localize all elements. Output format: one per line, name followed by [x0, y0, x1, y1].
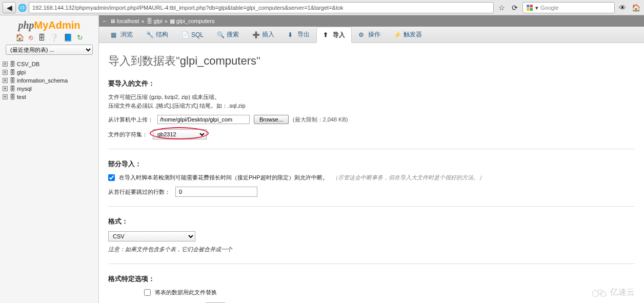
replace-label: 将表的数据用此文件替换 [155, 289, 217, 296]
browse-button[interactable]: Browse... [254, 115, 289, 124]
db-item[interactable]: +🗄CSV_DB [3, 60, 96, 68]
checkbox-label: 在导入时脚本若检测到可能需要花费很长时间（接近PHP超时的限定）则允许中断。 [119, 174, 328, 181]
browser-toolbar: ◀ 🌐 192.168.144.132/phpmyadmin/import.ph… [0, 0, 644, 15]
gear-icon: ⚙ [358, 31, 366, 38]
section-title: 部分导入： [108, 159, 635, 169]
insert-icon: ➕ [252, 31, 259, 38]
tab-insert[interactable]: ➕插入 [246, 27, 281, 43]
docs-icon[interactable]: 📘 [64, 33, 72, 42]
tab-sql[interactable]: 📄SQL [175, 27, 210, 43]
format-options-section: 格式特定选项： 将表的数据用此文件替换 字段分隔符： [108, 274, 635, 303]
db-item[interactable]: +🗄glpi [3, 68, 96, 76]
breadcrumb-db[interactable]: 🗄glpi [147, 18, 163, 24]
expand-icon[interactable]: + [3, 94, 8, 99]
database-icon: 🗄 [10, 69, 15, 75]
home-icon[interactable]: 🏠 [630, 2, 641, 13]
logo: phpMyAdmin [3, 19, 96, 31]
database-icon: 🗄 [10, 86, 15, 92]
sql-icon: 📄 [182, 31, 189, 38]
section-title: 格式： [108, 217, 635, 226]
max-limit-label: (最大限制：2,048 KB) [293, 116, 348, 124]
search-icon: 🔍 [217, 31, 224, 38]
export-icon: ⬇ [288, 31, 295, 38]
tab-operations[interactable]: ⚙操作 [352, 27, 387, 43]
section-title: 格式特定选项： [108, 274, 635, 284]
db-item[interactable]: +🗄mysql [3, 85, 96, 93]
compress-note: 文件可能已压缩 (gzip, bzip2, zip) 或未压缩。 [108, 93, 635, 101]
help-icon[interactable]: ❔ [50, 33, 58, 42]
page-title: 导入到数据表"glpi_computers" [108, 53, 635, 69]
db-item[interactable]: +🗄information_schema [3, 76, 96, 85]
expand-icon[interactable]: + [3, 62, 8, 67]
replace-data-checkbox[interactable] [144, 289, 151, 296]
server-icon: 🖥 [110, 18, 115, 24]
tab-import[interactable]: ⬆导入 [316, 27, 352, 43]
sidebar-quick-icons: 🏠 ⎋ 🗄 ❔ 📘 ↻ [3, 33, 96, 42]
tab-triggers[interactable]: ⚡触发器 [387, 27, 429, 43]
watermark: 亿速云 [592, 287, 635, 298]
charset-label: 文件的字符集： [108, 131, 148, 138]
collapse-icon[interactable]: ← [102, 18, 108, 24]
file-path-input[interactable] [157, 115, 250, 124]
tab-search[interactable]: 🔍搜索 [210, 27, 246, 43]
trigger-icon: ⚡ [394, 31, 401, 38]
svg-rect-3 [530, 8, 533, 10]
partial-import-section: 部分导入： 在导入时脚本若检测到可能需要花费很长时间（接近PHP超时的限定）则允… [108, 159, 635, 207]
reload-icon[interactable]: ⟳ [509, 2, 520, 13]
structure-icon: 🔧 [146, 31, 153, 38]
import-icon: ⬆ [323, 31, 330, 38]
tabs: ▦浏览 🔧结构 📄SQL 🔍搜索 ➕插入 ⬇导出 ⬆导入 ⚙操作 ⚡触发器 [99, 27, 644, 43]
database-icon: 🗄 [10, 77, 15, 84]
database-icon: 🗄 [10, 61, 15, 67]
svg-rect-0 [527, 5, 529, 7]
breadcrumb-server[interactable]: 🖥localhost [110, 18, 139, 24]
format-note: 注意：如果文件包含多个表，它们会被合并成一个 [108, 246, 635, 253]
format-select[interactable]: CSV [108, 231, 195, 241]
exit-icon[interactable]: ⎋ [29, 33, 33, 42]
table-icon: ▦ [170, 18, 175, 25]
expand-icon[interactable]: + [3, 78, 8, 83]
sidebar: phpMyAdmin 🏠 ⎋ 🗄 ❔ 📘 ↻ (最近使用的表) ... +🗄CS… [0, 15, 99, 303]
reload-icon[interactable]: ↻ [77, 33, 83, 42]
recent-tables-select[interactable]: (最近使用的表) ... [6, 45, 93, 55]
browse-icon: ▦ [111, 31, 118, 38]
tab-structure[interactable]: 🔧结构 [139, 27, 175, 43]
home-icon[interactable]: 🏠 [15, 33, 24, 42]
skip-rows-input[interactable] [175, 187, 257, 197]
url-bar[interactable]: 192.168.144.132/phpmyadmin/import.php#PM… [29, 2, 494, 13]
upload-label: 从计算机中上传： [108, 116, 153, 124]
sql-icon[interactable]: 🗄 [38, 33, 45, 42]
breadcrumb-table[interactable]: ▦glpi_computers [170, 18, 215, 25]
database-icon: 🗄 [10, 94, 15, 100]
back-button[interactable]: ◀ [3, 2, 16, 13]
tab-export[interactable]: ⬇导出 [281, 27, 316, 43]
tab-browse[interactable]: ▦浏览 [104, 27, 139, 43]
search-box[interactable]: ▾ Google [522, 2, 615, 13]
main-content: ← 🖥localhost » 🗄glpi » ▦glpi_computers ▦… [99, 15, 644, 303]
google-icon [526, 4, 533, 11]
globe-icon: 🌐 [18, 4, 27, 12]
file-import-section: 要导入的文件： 文件可能已压缩 (gzip, bzip2, zip) 或未压缩。… [108, 79, 635, 149]
database-list: +🗄CSV_DB +🗄glpi +🗄information_schema +🗄m… [3, 60, 96, 101]
star-icon[interactable]: ☆ [496, 2, 507, 13]
expand-icon[interactable]: + [3, 70, 8, 75]
svg-rect-1 [530, 5, 533, 7]
charset-select[interactable]: gb2312 [153, 129, 207, 139]
svg-rect-2 [527, 8, 529, 10]
binoculars-icon[interactable]: 👁 [617, 2, 628, 13]
expand-icon[interactable]: + [3, 86, 8, 91]
db-item[interactable]: +🗄test [3, 93, 96, 101]
checkbox-note: （尽管这会中断事务，但在导入大文件时是个很好的方法。） [332, 174, 485, 181]
format-section: 格式： CSV 注意：如果文件包含多个表，它们会被合并成一个 [108, 217, 635, 264]
database-icon: 🗄 [147, 18, 152, 24]
skip-rows-label: 从首行起要跳过的行数： [108, 188, 170, 196]
cloud-icon [592, 288, 607, 298]
allow-interrupt-checkbox[interactable] [108, 174, 115, 181]
filename-note: 压缩文件名必须以 .[格式].[压缩方式] 结尾。如：.sql.zip [108, 102, 635, 110]
breadcrumb-bar: ← 🖥localhost » 🗄glpi » ▦glpi_computers [99, 15, 644, 27]
section-title: 要导入的文件： [108, 79, 635, 88]
